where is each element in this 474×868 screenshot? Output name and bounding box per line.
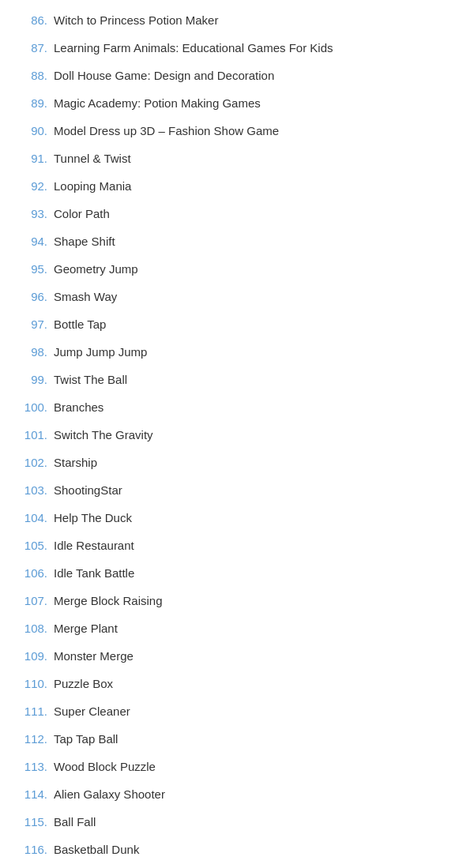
list-item[interactable]: 96.Smash Way [0,283,474,310]
item-title: Merge Block Raising [54,592,163,609]
list-item[interactable]: 89.Magic Academy: Potion Making Games [0,89,474,117]
list-item[interactable]: 91.Tunnel & Twist [0,145,474,172]
item-title: Magic Academy: Potion Making Games [54,95,261,111]
item-number: 104. [13,509,54,526]
item-number: 96. [13,288,54,305]
list-item[interactable]: 88.Doll House Game: Design and Decoratio… [0,62,474,89]
list-item[interactable]: 101.Switch The Gravity [0,421,474,449]
item-number: 99. [13,371,54,388]
item-title: Help The Duck [54,509,132,526]
item-title: Color Path [54,205,110,222]
item-number: 109. [13,648,54,664]
list-item[interactable]: 99.Twist The Ball [0,366,474,393]
item-number: 97. [13,316,54,333]
list-item[interactable]: 113.Wood Block Puzzle [0,753,474,780]
item-title: Shape Shift [54,233,115,250]
item-number: 106. [13,565,54,581]
item-title: Geometry Jump [54,261,138,277]
item-number: 108. [13,620,54,637]
list-item[interactable]: 92.Looping Mania [0,172,474,200]
item-title: Wood Block Puzzle [54,758,156,775]
item-title: Starship [54,454,97,471]
list-item[interactable]: 90.Model Dress up 3D – Fashion Show Game [0,117,474,145]
item-number: 90. [13,122,54,139]
item-title: Twist The Ball [54,371,127,388]
item-number: 103. [13,482,54,498]
list-item[interactable]: 102.Starship [0,449,474,476]
item-title: Branches [54,399,103,415]
list-item[interactable]: 104.Help The Duck [0,504,474,532]
list-item[interactable]: 86.Witch to Princess Potion Maker [0,6,474,34]
list-item[interactable]: 112.Tap Tap Ball [0,725,474,753]
list-item[interactable]: 105.Idle Restaurant [0,532,474,559]
list-item[interactable]: 94.Shape Shift [0,227,474,255]
item-title: Basketball Dunk [54,841,139,858]
item-number: 101. [13,426,54,443]
item-number: 105. [13,537,54,554]
item-number: 114. [13,786,54,802]
item-number: 88. [13,67,54,84]
list-item[interactable]: 106.Idle Tank Battle [0,559,474,587]
item-title: Jump Jump Jump [54,344,147,360]
item-title: Puzzle Box [54,675,113,692]
list-item[interactable]: 116.Basketball Dunk [0,836,474,863]
item-number: 89. [13,95,54,111]
item-title: Monster Merge [54,648,134,664]
item-number: 87. [13,39,54,56]
list-item[interactable]: 98.Jump Jump Jump [0,338,474,366]
item-number: 92. [13,178,54,194]
item-title: Tunnel & Twist [54,150,131,167]
list-item[interactable]: 110.Puzzle Box [0,670,474,697]
item-number: 95. [13,261,54,277]
item-number: 98. [13,344,54,360]
list-item[interactable]: 103.ShootingStar [0,476,474,504]
list-item[interactable]: 100.Branches [0,393,474,421]
item-number: 115. [13,814,54,830]
item-title: Switch The Gravity [54,426,153,443]
item-title: Witch to Princess Potion Maker [54,12,218,28]
list-item[interactable]: 111.Super Cleaner [0,697,474,725]
item-title: Ball Fall [54,814,96,830]
item-number: 107. [13,592,54,609]
item-title: Idle Restaurant [54,537,134,554]
item-number: 91. [13,150,54,167]
item-title: Learning Farm Animals: Educational Games… [54,39,333,56]
item-title: Merge Plant [54,620,118,637]
item-number: 94. [13,233,54,250]
item-title: Bottle Tap [54,316,106,333]
list-item[interactable]: 93.Color Path [0,200,474,227]
item-number: 110. [13,675,54,692]
item-number: 116. [13,841,54,858]
item-title: Idle Tank Battle [54,565,134,581]
item-title: Model Dress up 3D – Fashion Show Game [54,122,279,139]
item-title: Super Cleaner [54,703,130,720]
item-number: 111. [13,703,54,720]
list-item[interactable]: 95.Geometry Jump [0,255,474,283]
item-title: Tap Tap Ball [54,731,118,747]
item-title: Alien Galaxy Shooter [54,786,165,802]
item-number: 113. [13,758,54,775]
list-item[interactable]: 117.The Fisherman [0,863,474,868]
list-item[interactable]: 109.Monster Merge [0,642,474,670]
item-number: 100. [13,399,54,415]
item-number: 102. [13,454,54,471]
game-list: 86.Witch to Princess Potion Maker87.Lear… [0,0,474,868]
list-item[interactable]: 115.Ball Fall [0,808,474,836]
list-item[interactable]: 97.Bottle Tap [0,310,474,338]
list-item[interactable]: 108.Merge Plant [0,614,474,642]
list-item[interactable]: 87.Learning Farm Animals: Educational Ga… [0,34,474,62]
list-item[interactable]: 114.Alien Galaxy Shooter [0,780,474,808]
item-number: 86. [13,12,54,28]
item-title: ShootingStar [54,482,122,498]
item-title: Smash Way [54,288,117,305]
item-title: Doll House Game: Design and Decoration [54,67,274,84]
item-title: Looping Mania [54,178,131,194]
list-item[interactable]: 107.Merge Block Raising [0,587,474,614]
item-number: 93. [13,205,54,222]
item-number: 112. [13,731,54,747]
